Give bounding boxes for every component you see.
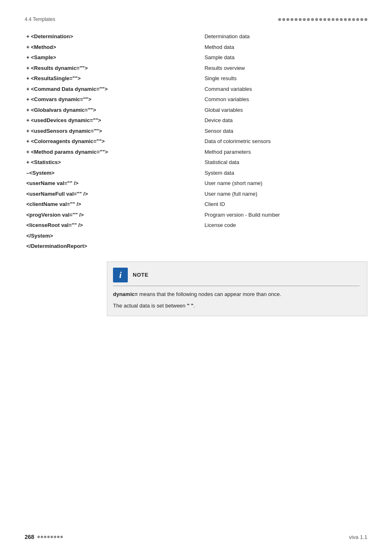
header-dot (360, 18, 363, 21)
code-cell: <userName val="" /> (25, 178, 203, 189)
header-dot (311, 18, 314, 21)
description-cell: Results overview (203, 63, 367, 74)
description-cell: Sensor data (203, 126, 367, 136)
section-label: 4.4 Templates (25, 16, 55, 22)
footer-left: 268 (25, 534, 63, 540)
table-row: + <usedSensors dynamic="">Sensor data (25, 126, 367, 136)
code-cell: + <Determination> (25, 31, 203, 42)
header-dot (364, 18, 367, 21)
note-body: dynamic= means that the following nodes … (113, 290, 360, 310)
description-cell: Program version - Build number (203, 210, 367, 220)
code-cell: + <Statistics> (25, 157, 203, 168)
note-header: i NOTE (113, 268, 360, 286)
header-dot (282, 18, 285, 21)
code-cell: + <Method> (25, 42, 203, 53)
header-dot (332, 18, 334, 21)
table-row: <clientName val="" />Client ID (25, 199, 367, 210)
code-cell: <userNameFull val="" /> (25, 189, 203, 199)
page-footer: 268 viva 1.1 (25, 534, 367, 540)
footer-dot (57, 536, 60, 538)
table-row: + <ResultaSingle="">Single results (25, 73, 367, 84)
header-dot (307, 18, 310, 21)
description-cell: License code (203, 220, 367, 231)
page-number: 268 (25, 534, 34, 540)
code-cell: </System> (25, 231, 203, 241)
table-row: + <usedDevices dynamic="">Device data (25, 115, 367, 126)
code-cell: + <usedDevices dynamic=""> (25, 115, 203, 126)
table-row: + <Method params dynamic="">Method param… (25, 147, 367, 157)
header-dot (340, 18, 343, 21)
table-row: –<System>System data (25, 168, 367, 178)
note-text-1: means that the following nodes can appea… (138, 291, 281, 297)
header-dot (291, 18, 293, 21)
header-dot (352, 18, 355, 21)
note-title: NOTE (133, 272, 148, 278)
page-header: 4.4 Templates (25, 16, 367, 22)
header-dot (278, 18, 281, 21)
note-box: i NOTE dynamic= means that the following… (107, 261, 367, 316)
header-dot (295, 18, 297, 21)
header-dot (315, 18, 318, 21)
code-cell: + <Sample> (25, 52, 203, 63)
code-cell: <progVersion val="" /> (25, 210, 203, 220)
header-dot (286, 18, 289, 21)
table-row: <licenseRoot val="" />License code (25, 220, 367, 231)
code-cell: <licenseRoot val="" /> (25, 220, 203, 231)
note-text-2a: The actual data is set between (113, 303, 187, 309)
code-cell: + <Command Data dynamic=""> (25, 84, 203, 95)
note-icon: i (113, 268, 128, 282)
header-dot (299, 18, 302, 21)
description-cell (203, 231, 367, 241)
code-cell: + <ResultaSingle=""> (25, 73, 203, 84)
header-decoration (278, 18, 367, 21)
table-row: + <Method>Method data (25, 42, 367, 53)
header-dot (303, 18, 306, 21)
footer-dot (47, 536, 50, 538)
footer-dot (51, 536, 53, 538)
description-cell: Method data (203, 42, 367, 53)
header-dot (327, 18, 330, 21)
description-cell: Sample data (203, 52, 367, 63)
note-paragraph-1: dynamic= means that the following nodes … (113, 290, 360, 298)
table-row: + <Globalvars dynamic="">Global variable… (25, 105, 367, 116)
description-cell: Command variables (203, 84, 367, 95)
description-cell: Common variables (203, 94, 367, 105)
description-cell: System data (203, 168, 367, 178)
table-row: + <Sample>Sample data (25, 52, 367, 63)
table-row: <userNameFull val="" />User name (full n… (25, 189, 367, 199)
footer-dot (60, 536, 63, 538)
note-bold-1: dynamic= (113, 291, 138, 297)
table-row: <userName val="" />User name (short name… (25, 178, 367, 189)
note-text-2b: . (194, 303, 195, 309)
code-cell: + <Colorreagents dynamic=""> (25, 136, 203, 147)
code-cell: + <Method params dynamic=""> (25, 147, 203, 157)
table-row: + <Statistics>Statistical data (25, 157, 367, 168)
code-cell: + <usedSensors dynamic=""> (25, 126, 203, 136)
table-row: <progVersion val="" />Program version - … (25, 210, 367, 220)
code-cell: <clientName val="" /> (25, 199, 203, 210)
table-row: </System> (25, 231, 367, 241)
header-dot (344, 18, 347, 21)
header-dot (336, 18, 339, 21)
footer-dots (37, 536, 63, 538)
table-row: + <Command Data dynamic="">Command varia… (25, 84, 367, 95)
header-dot (319, 18, 322, 21)
header-dot (323, 18, 326, 21)
footer-dot (37, 536, 40, 538)
page: 4.4 Templates + <Determination>Determina… (0, 0, 392, 555)
footer-dot (54, 536, 56, 538)
description-cell: User name (full name) (203, 189, 367, 199)
code-cell: + <Comvars dynamic=""> (25, 94, 203, 105)
note-quoted: " " (187, 303, 194, 309)
table-row: + <Comvars dynamic="">Common variables (25, 94, 367, 105)
code-cell: + <Globalvars dynamic=""> (25, 105, 203, 116)
header-dot (356, 18, 359, 21)
description-cell: Single results (203, 73, 367, 84)
table-row: + <Colorreagents dynamic="">Data of colo… (25, 136, 367, 147)
description-cell: Client ID (203, 199, 367, 210)
description-cell: Determination data (203, 31, 367, 42)
description-cell: Method parameters (203, 147, 367, 157)
table-row: </DeterminationReport> (25, 241, 367, 252)
note-paragraph-2: The actual data is set between " ". (113, 302, 360, 310)
description-cell: User name (short name) (203, 178, 367, 189)
